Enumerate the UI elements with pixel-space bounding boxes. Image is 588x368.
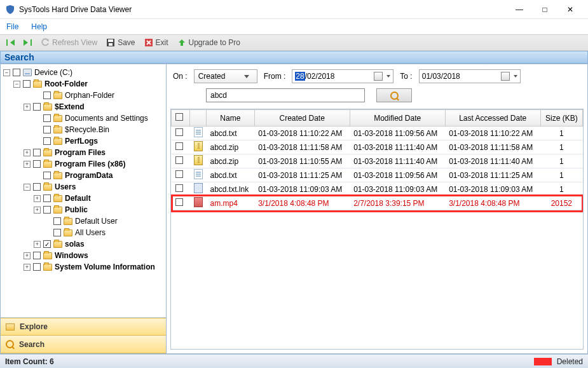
tree-label-users[interactable]: Users xyxy=(55,182,76,191)
table-row[interactable]: abcd.txt01-03-2018 11:10:22 AM01-03-2018… xyxy=(172,126,583,140)
row-checkbox[interactable] xyxy=(175,184,183,192)
tree-label-root[interactable]: Root-Folder xyxy=(44,79,88,88)
checkbox[interactable] xyxy=(33,149,41,156)
close-button[interactable]: ✕ xyxy=(557,1,583,18)
tree-label-windows[interactable]: Windows xyxy=(55,251,88,260)
tab-explore[interactable]: Explore xyxy=(1,318,166,336)
expander-icon[interactable]: + xyxy=(34,195,41,202)
left-pane: −Device (C:) −Root-Folder Orphan-Folder … xyxy=(0,64,167,354)
calendar-icon[interactable] xyxy=(374,72,383,81)
expander-icon[interactable]: − xyxy=(3,69,10,76)
checkbox[interactable] xyxy=(23,80,31,88)
menu-help[interactable]: Help xyxy=(31,22,47,31)
checkbox[interactable] xyxy=(43,194,51,202)
table-row[interactable]: abcd.zip01-03-2018 11:11:58 AM01-03-2018… xyxy=(172,140,583,154)
expander-icon[interactable]: + xyxy=(24,252,31,259)
table-row[interactable]: abcd.txt.lnk01-03-2018 11:09:03 AM01-03-… xyxy=(172,182,583,196)
checkbox[interactable] xyxy=(43,114,51,122)
checkbox[interactable] xyxy=(43,92,51,99)
expander-icon[interactable]: − xyxy=(24,184,31,191)
chevron-down-icon[interactable] xyxy=(514,75,517,78)
col-created[interactable]: Created Date xyxy=(254,110,350,126)
window-title: SysTools Hard Drive Data Viewer xyxy=(19,5,507,14)
tree-label-device[interactable]: Device (C:) xyxy=(34,68,72,77)
refresh-button[interactable]: Refresh View xyxy=(38,37,100,48)
tree-label-public[interactable]: Public xyxy=(65,205,88,214)
folder-icon xyxy=(43,149,52,156)
checkbox[interactable] xyxy=(53,217,61,225)
save-button[interactable]: Save xyxy=(104,37,137,48)
col-size[interactable]: Size (KB) xyxy=(540,110,582,126)
on-select[interactable]: Created xyxy=(194,69,257,83)
table-row[interactable]: abcd.txt01-03-2018 11:11:25 AM01-03-2018… xyxy=(172,168,583,182)
table-row[interactable]: abcd.zip01-03-2018 11:10:55 AM01-03-2018… xyxy=(172,154,583,168)
col-accessed[interactable]: Last Accessed Date xyxy=(445,110,540,126)
checkbox[interactable] xyxy=(33,252,41,259)
cell-name: abcd.zip xyxy=(207,154,255,168)
expander-icon[interactable]: − xyxy=(13,81,20,88)
expander-icon[interactable]: + xyxy=(24,104,31,111)
checkbox[interactable] xyxy=(33,160,41,168)
cell-modified: 01-03-2018 11:11:40 AM xyxy=(350,140,445,154)
exit-button[interactable]: Exit xyxy=(142,37,171,48)
row-checkbox[interactable] xyxy=(175,156,183,164)
results-grid[interactable]: Name Created Date Modified Date Last Acc… xyxy=(170,109,584,350)
tree-label-allusers[interactable]: All Users xyxy=(75,228,106,237)
checkbox[interactable] xyxy=(43,137,51,145)
tree-label-default[interactable]: Default xyxy=(65,194,91,203)
calendar-icon[interactable] xyxy=(501,72,510,81)
tree-label-sysvol[interactable]: System Volume Information xyxy=(55,262,155,271)
expander-icon[interactable]: + xyxy=(24,149,31,156)
upgrade-label: Upgrade to Pro xyxy=(189,38,240,47)
col-name[interactable]: Name xyxy=(207,110,255,126)
upgrade-button[interactable]: Upgrade to Pro xyxy=(175,37,243,48)
to-date-input[interactable]: 01/03/2018 xyxy=(419,69,521,83)
menu-file[interactable]: File xyxy=(6,22,18,31)
tree-label-perflogs[interactable]: PerfLogs xyxy=(65,137,98,146)
tree[interactable]: −Device (C:) −Root-Folder Orphan-Folder … xyxy=(1,64,166,317)
checkbox[interactable] xyxy=(33,103,41,111)
file-icon xyxy=(194,155,203,165)
checkbox[interactable] xyxy=(33,263,41,271)
maximize-button[interactable]: □ xyxy=(532,1,557,18)
tree-label-recycle[interactable]: $Recycle.Bin xyxy=(65,125,109,134)
expander-icon[interactable]: + xyxy=(24,264,31,271)
checkbox[interactable] xyxy=(53,229,61,236)
checkbox[interactable] xyxy=(33,183,41,191)
row-checkbox[interactable] xyxy=(175,170,183,178)
search-text-input[interactable]: abcd xyxy=(206,88,365,102)
nav-last-button[interactable] xyxy=(21,38,34,47)
chevron-down-icon[interactable] xyxy=(386,75,390,78)
checkbox[interactable] xyxy=(43,126,51,133)
checkbox[interactable] xyxy=(43,172,51,179)
from-date-input[interactable]: 28/02/2018 xyxy=(292,69,393,83)
search-header: Search xyxy=(0,51,588,64)
tree-label-progdata[interactable]: ProgramData xyxy=(65,171,113,180)
minimize-button[interactable]: — xyxy=(507,1,532,18)
col-icon[interactable] xyxy=(190,110,207,126)
checkbox[interactable] xyxy=(13,69,20,76)
checkbox[interactable] xyxy=(43,206,51,214)
tree-label-solas[interactable]: solas xyxy=(65,240,85,249)
exit-label: Exit xyxy=(156,38,168,47)
tree-label-extend[interactable]: $Extend xyxy=(55,102,85,111)
tree-label-defaultuser[interactable]: Default User xyxy=(75,217,118,226)
nav-first-button[interactable] xyxy=(4,38,17,47)
expander-icon[interactable]: + xyxy=(24,161,31,168)
tree-label-docs[interactable]: Documents and Settings xyxy=(65,114,148,123)
expander-icon[interactable]: + xyxy=(34,207,41,214)
row-checkbox[interactable] xyxy=(175,142,183,150)
select-all-checkbox[interactable] xyxy=(175,113,183,121)
tree-label-progfiles86[interactable]: Program Files (x86) xyxy=(55,160,125,168)
expander-icon[interactable]: + xyxy=(34,241,41,248)
table-row[interactable]: am.mp43/1/2018 4:08:48 PM2/7/2018 3:39:1… xyxy=(172,196,583,210)
folder-icon xyxy=(6,324,15,331)
row-checkbox[interactable] xyxy=(175,198,183,206)
tree-label-progfiles[interactable]: Program Files xyxy=(55,148,106,157)
col-modified[interactable]: Modified Date xyxy=(350,110,445,126)
row-checkbox[interactable] xyxy=(175,128,183,136)
tree-label-orphan[interactable]: Orphan-Folder xyxy=(65,91,114,100)
tab-search[interactable]: Search xyxy=(1,336,166,353)
search-button[interactable] xyxy=(376,88,412,102)
checkbox[interactable]: ✓ xyxy=(43,240,51,248)
